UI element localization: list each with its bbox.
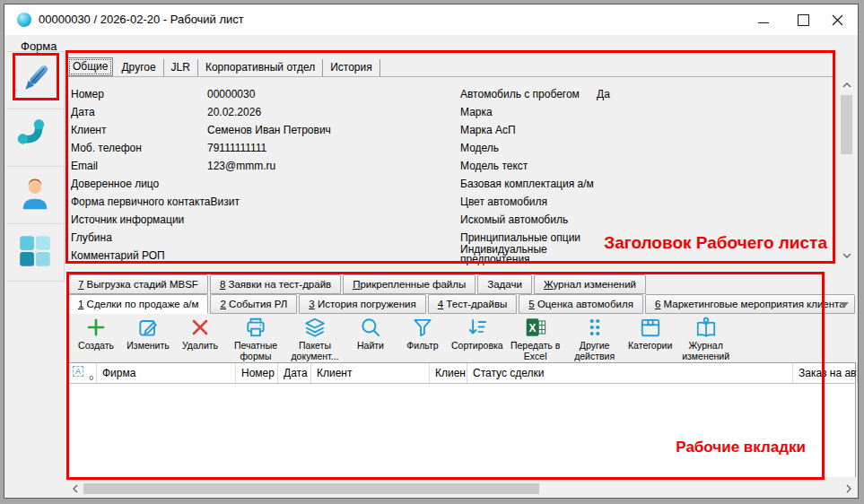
more-actions-button[interactable]: Другие действия [566,316,624,361]
field-label: Модель текст [460,160,597,172]
header-tab[interactable]: Корпоративный отдел [198,59,323,76]
changelog-icon [694,316,718,339]
sidebar-item-calls[interactable] [6,109,64,167]
bottom-tab[interactable]: Журнал изменений [534,274,646,294]
tab-label: Оценка автомобиля [535,299,633,309]
pen-icon [16,60,54,101]
scrollbar-thumb[interactable] [83,483,539,494]
toolbar-button-label: Пакеты документ... [288,340,342,361]
field-label: Моб. телефон [71,142,207,154]
bottom-tab-row-2: 1 Сделки по продаже а/м 2 События РЛ 3 И… [68,294,857,314]
table-column-header[interactable]: Клиент [311,363,430,383]
more-actions-icon [583,316,607,339]
header-tab-strip: Общие Другое JLR Корпоративный отдел Ист… [67,56,833,77]
bottom-tab[interactable]: Задачи [477,274,532,294]
field-value: Семенов Иван Петрович [207,124,331,136]
form-field: Номер 00000030 [71,85,448,103]
toolbar-button-label: Категории [628,340,672,351]
scroll-left-arrow[interactable] [68,482,83,496]
tab-access-key: Ж [544,279,554,290]
form-field: Дата 20.02.2026 [71,103,448,121]
field-label: Индивидуальные предпочтения [460,245,597,265]
minimize-button[interactable] [748,8,779,31]
form-field: Моб. телефон 79111111111 [71,139,448,157]
find-button[interactable]: Найти [345,316,396,351]
field-label: Форма первичного контакта [71,196,210,208]
edit-button[interactable]: Изменить [123,316,173,351]
toolbar-button-label: Сортировка [451,340,503,351]
field-value: 20.02.2026 [207,106,261,118]
bottom-tab[interactable]: 5 Оценка автомобиля [519,294,643,314]
sort-marker-icon: A [73,366,83,377]
toolbar-button-label: Создать [78,340,114,351]
maximize-button[interactable] [788,8,818,31]
table-column-header[interactable]: Заказ на авто [793,363,858,383]
toolbar-button-label: Журнал изменений [679,340,733,361]
delete-button[interactable]: Удалить [175,316,225,351]
scroll-right-arrow[interactable] [842,482,856,496]
printer-icon [244,316,267,339]
categories-button[interactable]: Категории [625,316,676,351]
scroll-down-arrow[interactable] [839,248,854,263]
bottom-tab[interactable]: 4 Тест-драйвы [428,294,518,314]
close-button[interactable] [822,8,852,31]
table-horizontal-scrollbar[interactable] [68,482,856,496]
document-packages-button[interactable]: Пакеты документ... [286,316,344,361]
bottom-tab[interactable]: 2 События РЛ [210,294,297,314]
print-forms-button[interactable]: Печатные формы [227,316,284,361]
bottom-tab[interactable]: 8 Заявки на тест-драйв [210,274,341,294]
changelog-button[interactable]: Журнал изменений [677,316,735,361]
table-column-header[interactable]: Номер [236,363,278,383]
tab-overflow-arrow-icon[interactable] [840,302,849,308]
table-body-empty[interactable] [69,384,855,477]
sort-button[interactable]: Сортировка [449,316,505,351]
toolbar-button-label: Печатные формы [229,340,283,361]
form-field: Индивидуальные предпочтения [460,247,837,265]
toolbar-button-label: Другие действия [568,340,622,361]
tab-label: События РЛ [226,299,287,309]
table-column-header[interactable]: Фирма [97,363,236,383]
header-tab[interactable]: Общие [67,57,113,76]
form-vertical-scrollbar[interactable] [839,78,854,263]
header-tab[interactable]: Другое [114,59,163,76]
field-label: Источник информации [71,213,207,226]
export-excel-button[interactable]: X Передать в Excel [507,316,564,361]
form-field: Email 123@mmm.ru [71,157,448,175]
filter-button[interactable]: Фильтр [397,316,448,351]
scroll-up-arrow[interactable] [839,78,854,92]
field-label: Глубина [71,231,207,244]
table-column-header[interactable]: Статус сделки [467,363,793,383]
app-icon [17,13,31,27]
toolbar-button-label: Изменить [127,340,169,351]
sidebar-item-worksheet[interactable] [6,51,64,109]
edit-icon [136,316,160,339]
header-tab[interactable]: История [323,59,380,76]
bottom-tab[interactable]: Прикрепленные файлы [343,274,476,294]
tab-label: История погружения [315,299,416,309]
blocks-icon [16,232,54,274]
bottom-tab[interactable]: 7 Выгрузка стадий MBSF [68,274,208,294]
titlebar: 00000030 / 2026-02-20 - Рабочий лист [4,4,858,35]
bottom-tab[interactable]: 6 Маркетинговые мероприятия клиента [645,294,855,314]
table-column-header[interactable]: Клиен... [430,363,467,383]
tab-label: Тест-драйвы [443,299,507,309]
sidebar-item-modules[interactable] [6,224,64,282]
bottom-tab[interactable]: 3 История погружения [299,294,425,314]
tab-label: Маркетинговые мероприятия клиента [660,299,844,309]
search-icon [359,316,382,339]
sidebar-item-client[interactable] [6,167,64,224]
field-label: Цвет автомобиля [460,196,597,208]
create-button[interactable]: Создать [71,316,121,351]
form-field: Комментарий РОП [71,247,448,265]
table-corner-cell[interactable]: A 0 [69,363,97,383]
header-tab[interactable]: JLR [164,59,198,76]
table-column-header[interactable]: Дата [278,363,311,383]
bottom-tab[interactable]: 1 Сделки по продаже а/м [68,294,208,314]
field-value: 79111111111 [207,142,266,154]
field-value: Визит [210,196,239,208]
field-value: 00000030 [207,88,255,100]
scrollbar-thumb[interactable] [841,95,852,154]
form-field: Марка [460,103,837,121]
tab-label: Сделки по продаже а/м [83,299,198,309]
form-field: Форма первичного контакта Визит [71,193,448,211]
